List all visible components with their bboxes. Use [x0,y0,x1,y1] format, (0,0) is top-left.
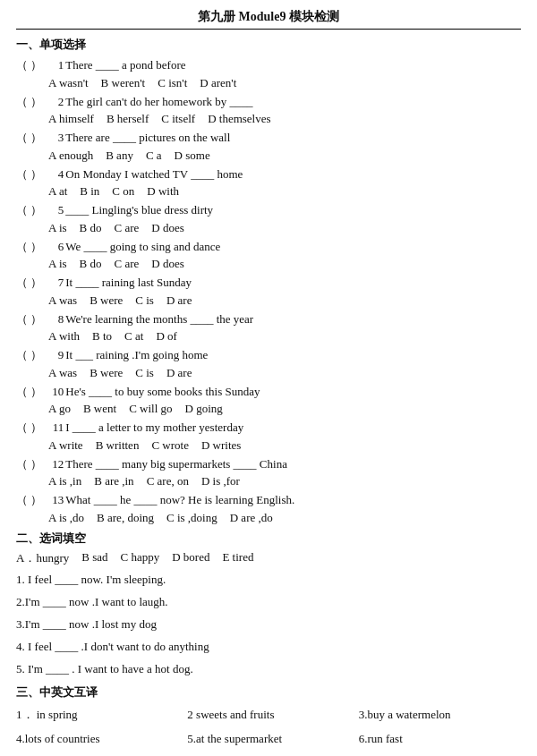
question-row-10: （ ）10He's ____ to buy some books this Su… [16,383,521,401]
option: C is ,doing [166,511,217,525]
paren: （ ） [16,310,42,328]
question-row-13: （ ）13What ____ he ____ now? He is learni… [16,491,521,509]
q-text: He's ____ to buy some books this Sunday [65,383,521,401]
q-num: 5 [44,201,64,219]
options-row-6: A isB doC areD does [48,257,521,271]
paren: （ ） [16,238,42,256]
q-num: 7 [44,274,64,292]
question-row-5: （ ）5____ Lingling's blue dress dirty [16,201,521,219]
fill-question-5: 5. I'm ____ . I want to have a hot dog. [16,659,521,679]
option: B any [106,149,133,163]
option: A with [48,329,80,344]
option: C at [124,329,143,344]
options-row-4: A atB inC onD with [48,184,521,199]
option: C is [135,366,154,380]
option: C isn't [158,76,187,90]
fill-question-4: 4. I feel ____ .I don't want to do anyth… [16,637,521,657]
option: C a [146,149,162,163]
q-text: We ____ going to sing and dance [65,238,521,256]
q-text: The girl can't do her homework by ____ [65,93,521,111]
option: D are [166,366,192,380]
paren: （ ） [16,56,42,74]
q-num: 8 [44,310,64,328]
translate-item-4: 4.lots of countries [16,728,178,749]
option: D going [185,402,223,416]
option: C itself [161,112,195,126]
q-text: We're learning the months ____ the year [65,310,521,328]
option: C wrote [151,438,189,453]
options-row-8: A withB toC atD of [48,329,521,344]
question-row-4: （ ）4On Monday I watched TV ____ home [16,166,521,183]
vocab-option: A．hungry [16,550,69,566]
option: B are, doing [97,511,154,525]
q-num: 2 [44,93,64,111]
q-text: On Monday I watched TV ____ home [65,166,521,183]
paren: （ ） [16,201,42,219]
q-num: 6 [44,238,64,256]
option: D are ,do [230,511,273,525]
option: D are [166,293,192,308]
option: B were [90,293,123,308]
option: A was [48,293,77,308]
paren: （ ） [16,93,42,111]
option: C are [115,221,140,235]
translate-item-6: 6.run fast [359,728,521,749]
question-row-11: （ ）11I ____ a letter to my mother yester… [16,419,521,437]
option: A go [48,402,71,416]
option: B went [83,402,116,416]
options-row-11: A writeB writtenC wroteD writes [48,438,521,453]
q-num: 11 [44,419,64,437]
options-row-7: A wasB wereC isD are [48,293,521,308]
question-row-2: （ ）2The girl can't do her homework by __… [16,93,521,111]
section3-area: 三、中英文互译 1． in spring2 sweets and fruits3… [16,684,521,756]
option: B weren't [101,76,146,90]
option: B written [96,438,140,453]
option: A is ,do [48,511,84,525]
q-num: 1 [44,56,64,74]
paren: （ ） [16,491,42,509]
fill-question-1: 1. I feel ____ now. I'm sleeping. [16,570,521,590]
vocab-option: D bored [172,550,209,566]
paren: （ ） [16,129,42,147]
paren: （ ） [16,166,42,183]
option: B in [80,184,99,199]
paren: （ ） [16,383,42,401]
q-num: 9 [44,346,64,364]
option: A wasn't [48,76,89,90]
option: B to [92,329,112,344]
q-text: ____ Lingling's blue dress dirty [65,201,521,219]
page-title: 第九册 Module9 模块检测 [16,9,521,30]
question-row-3: （ ）3There are ____ pictures on the wall [16,129,521,147]
option: C are [115,257,140,271]
option: B herself [107,112,149,126]
question-row-9: （ ）9It ___ raining .I'm going home [16,346,521,364]
options-row-13: A is ,doB are, doingC is ,doingD are ,do [48,511,521,525]
option: A enough [48,149,93,163]
option: D aren't [200,76,236,90]
translate-item-5: 5.at the supermarket [187,728,349,749]
fill-question-3: 3.I'm ____ now .I lost my dog [16,615,521,634]
vocab-option: E tired [222,550,253,566]
question-row-1: （ ）1There ____ a pond before [16,56,521,74]
option: A write [48,438,83,453]
q-text: I ____ a letter to my mother yesterday [65,419,521,437]
q-num: 12 [44,455,64,473]
paren: （ ） [16,346,42,364]
q-text: There ____ many big supermarkets ____ Ch… [65,455,521,473]
option: C on [112,184,134,199]
section3-title: 三、中英文互译 [16,684,521,701]
option: D with [147,184,179,199]
paren: （ ） [16,419,42,437]
option: A at [48,184,67,199]
option: A is [48,221,67,235]
options-row-1: A wasn'tB weren'tC isn'tD aren't [48,76,521,90]
options-row-5: A isB doC areD does [48,221,521,235]
q-num: 10 [44,383,64,401]
option: D writes [201,438,241,453]
option: B do [80,221,102,235]
q-num: 4 [44,166,64,183]
options-row-3: A enoughB anyC aD some [48,149,521,163]
q-text: It ___ raining .I'm going home [65,346,521,364]
translate-item-2: 2 sweets and fruits [187,704,349,725]
option: A is [48,257,67,271]
